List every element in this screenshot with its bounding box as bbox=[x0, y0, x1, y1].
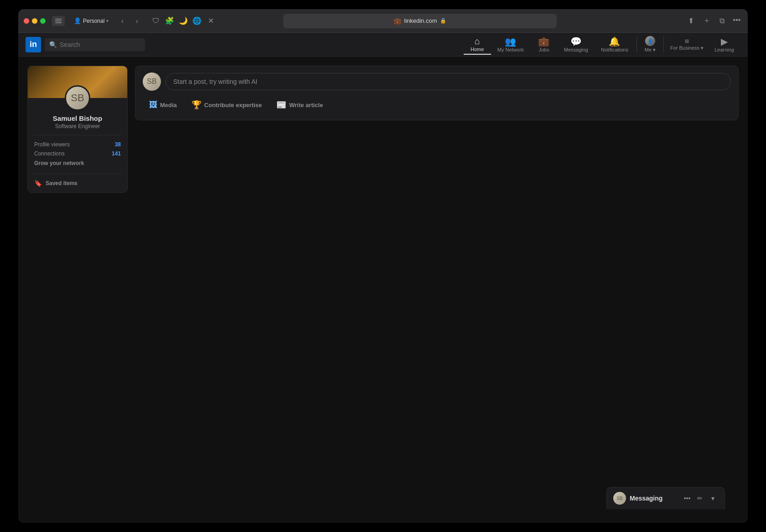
article-button[interactable]: 📰 Write article bbox=[270, 96, 329, 114]
nav-learning-label: Learning bbox=[714, 47, 734, 52]
nav-home[interactable]: ⌂ Home bbox=[464, 35, 491, 55]
post-create-top: SB Start a post, try writing with AI bbox=[143, 72, 731, 91]
nav-home-label: Home bbox=[471, 46, 484, 52]
connections-row[interactable]: Connections 141 bbox=[34, 149, 121, 158]
messaging-title[interactable]: Messaging bbox=[630, 495, 678, 502]
extensions-icon: 🧩 bbox=[163, 15, 176, 27]
nav-jobs[interactable]: 💼 Jobs bbox=[530, 35, 558, 54]
nav-my-network[interactable]: 👥 My Network bbox=[491, 35, 530, 54]
more-options-button[interactable]: ••• bbox=[731, 15, 742, 26]
nav-business-label: For Business ▾ bbox=[670, 45, 704, 51]
profile-viewers-label: Profile viewers bbox=[34, 141, 70, 148]
messaging-dots-button[interactable]: ••• bbox=[682, 493, 693, 504]
shield-icon: 🛡 bbox=[150, 15, 162, 27]
svg-rect-1 bbox=[55, 21, 62, 21]
messaging-compose-button[interactable]: ✏ bbox=[694, 493, 705, 504]
feed-area: SB Start a post, try writing with AI 🖼 M… bbox=[135, 66, 739, 514]
address-bar[interactable]: 💼 linkedin.com 🔒 bbox=[283, 14, 557, 28]
minimize-button[interactable] bbox=[32, 18, 37, 24]
expertise-icon: 🏆 bbox=[192, 100, 202, 110]
share-button[interactable]: ⬆ bbox=[685, 15, 698, 27]
me-avatar: 👤 bbox=[645, 36, 655, 46]
profile-viewers-count: 38 bbox=[115, 141, 121, 148]
back-button[interactable]: ‹ bbox=[116, 15, 129, 27]
nav-divider-2 bbox=[663, 36, 664, 53]
bell-icon: 🔔 bbox=[609, 37, 620, 46]
tabs-button[interactable]: ⧉ bbox=[716, 15, 729, 27]
msg-avatar-initial: SB bbox=[616, 496, 622, 501]
search-box[interactable]: 🔍 bbox=[45, 38, 145, 51]
learning-icon: ▶ bbox=[721, 37, 728, 46]
maximize-button[interactable] bbox=[40, 18, 46, 24]
chat-icon: 💬 bbox=[570, 37, 582, 46]
expertise-button[interactable]: 🏆 Contribute expertise bbox=[185, 96, 268, 114]
personal-label: Personal bbox=[83, 18, 104, 24]
post-avatar-initial: SB bbox=[147, 77, 156, 86]
sidebar-toggle-button[interactable] bbox=[52, 16, 65, 26]
close-button[interactable] bbox=[24, 18, 29, 24]
media-label: Media bbox=[160, 102, 177, 108]
nav-messaging-label: Messaging bbox=[564, 47, 588, 52]
connections-label: Connections bbox=[34, 150, 65, 157]
messaging-actions: ••• ✏ ▾ bbox=[682, 493, 718, 504]
titlebar: 👤 Personal ▾ ‹ › 🛡 🧩 🌙 🌐 ✕ 💼 linkedin.co… bbox=[18, 9, 748, 33]
nav-divider bbox=[637, 36, 637, 53]
nav-me[interactable]: 👤 Me ▾ bbox=[639, 34, 662, 55]
grid-icon: ⊞ bbox=[685, 38, 689, 44]
profile-card: SB Samuel Bishop Software Engineer Profi… bbox=[27, 66, 128, 193]
svg-rect-2 bbox=[55, 22, 62, 23]
home-icon: ⌂ bbox=[475, 36, 480, 46]
globe-icon: 🌐 bbox=[191, 15, 203, 27]
grow-network-link[interactable]: Grow your network bbox=[34, 158, 121, 169]
search-input[interactable] bbox=[60, 41, 140, 48]
profile-avatar-wrap: SB bbox=[28, 85, 127, 111]
article-label: Write article bbox=[289, 102, 323, 108]
close-x-icon: ✕ bbox=[204, 15, 217, 27]
messaging-overlay: SB Messaging ••• ✏ ▾ bbox=[606, 487, 725, 509]
site-favicon: 💼 bbox=[393, 17, 401, 25]
profile-title: Software Engineer bbox=[33, 123, 122, 129]
briefcase-icon: 💼 bbox=[538, 37, 549, 46]
linkedin-logo[interactable]: in bbox=[26, 37, 41, 52]
nav-messaging[interactable]: 💬 Messaging bbox=[558, 35, 595, 54]
avatar[interactable]: SB bbox=[65, 85, 90, 111]
post-create-card: SB Start a post, try writing with AI 🖼 M… bbox=[135, 66, 739, 120]
new-tab-button[interactable]: ＋ bbox=[700, 15, 713, 27]
saved-items-link[interactable]: 🔖 Saved items bbox=[28, 174, 127, 192]
profile-name[interactable]: Samuel Bishop bbox=[33, 114, 122, 122]
search-icon: 🔍 bbox=[49, 41, 57, 48]
profile-info: Samuel Bishop Software Engineer bbox=[28, 114, 127, 135]
nav-for-business[interactable]: ⊞ For Business ▾ bbox=[666, 36, 708, 53]
article-icon: 📰 bbox=[276, 100, 286, 110]
connections-count: 141 bbox=[112, 150, 121, 157]
browser-toolbar-icons: 🛡 🧩 🌙 🌐 ✕ bbox=[150, 15, 217, 27]
lock-icon: 🔒 bbox=[440, 18, 446, 24]
svg-rect-0 bbox=[55, 19, 62, 20]
personal-profile-badge[interactable]: 👤 Personal ▾ bbox=[70, 16, 112, 26]
messaging-header: SB Messaging ••• ✏ ▾ bbox=[607, 487, 725, 509]
nav-notifications[interactable]: 🔔 Notifications bbox=[595, 35, 635, 54]
chevron-down-icon: ▾ bbox=[106, 18, 109, 23]
browser-nav: ‹ › bbox=[116, 15, 143, 27]
avatar-initial: SB bbox=[71, 92, 84, 104]
traffic-lights bbox=[24, 18, 46, 24]
nav-learning[interactable]: ▶ Learning bbox=[708, 35, 740, 54]
profile-viewers-row[interactable]: Profile viewers 38 bbox=[34, 140, 121, 149]
post-actions: 🖼 Media 🏆 Contribute expertise 📰 Write a… bbox=[143, 96, 731, 114]
browser-content: in 🔍 ⌂ Home 👥 My Network 💼 Jobs bbox=[18, 33, 748, 523]
moon-icon: 🌙 bbox=[177, 15, 190, 27]
media-icon: 🖼 bbox=[149, 100, 157, 110]
nav-jobs-label: Jobs bbox=[538, 47, 549, 52]
nav-me-label: Me ▾ bbox=[645, 47, 656, 53]
address-bar-wrap: 💼 linkedin.com 🔒 bbox=[283, 14, 557, 28]
profile-stats: Profile viewers 38 Connections 141 Grow … bbox=[28, 135, 127, 174]
nav-network-label: My Network bbox=[497, 47, 524, 52]
network-icon: 👥 bbox=[505, 37, 516, 46]
messaging-collapse-button[interactable]: ▾ bbox=[707, 493, 718, 504]
linkedin-navbar: in 🔍 ⌂ Home 👥 My Network 💼 Jobs bbox=[18, 33, 748, 57]
media-button[interactable]: 🖼 Media bbox=[143, 97, 183, 114]
post-input-button[interactable]: Start a post, try writing with AI bbox=[166, 73, 731, 90]
nav-notifications-label: Notifications bbox=[601, 47, 628, 52]
messaging-avatar: SB bbox=[613, 492, 626, 505]
forward-button[interactable]: › bbox=[130, 15, 143, 27]
